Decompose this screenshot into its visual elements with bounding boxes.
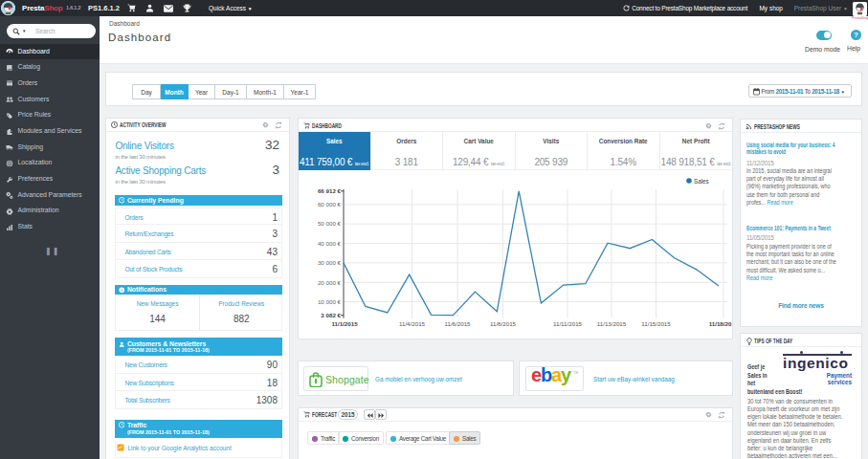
svg-text:60 000 €: 60 000 €: [318, 201, 342, 208]
svg-text:11/1/2015: 11/1/2015: [331, 320, 358, 327]
svg-text:Sales: Sales: [694, 178, 709, 185]
svg-text:11/13/2015: 11/13/2015: [597, 320, 627, 327]
svg-text:11/18/2015: 11/18/2015: [709, 320, 732, 327]
svg-text:40 000 €: 40 000 €: [318, 240, 342, 247]
svg-text:11/11/2015: 11/11/2015: [553, 320, 583, 327]
svg-text:50 000 €: 50 000 €: [318, 220, 342, 227]
svg-text:11/15/2015: 11/15/2015: [641, 320, 671, 327]
svg-text:11/6/2015: 11/6/2015: [444, 320, 471, 327]
svg-text:3 082 €: 3 082 €: [321, 312, 341, 318]
svg-text:20 000 €: 20 000 €: [318, 279, 342, 286]
svg-text:11/8/2015: 11/8/2015: [490, 320, 517, 327]
svg-text:10 000 €: 10 000 €: [318, 298, 342, 305]
svg-text:11/4/2015: 11/4/2015: [399, 320, 426, 327]
svg-text:66 912 €: 66 912 €: [318, 187, 342, 194]
svg-text:30 000 €: 30 000 €: [318, 259, 342, 266]
